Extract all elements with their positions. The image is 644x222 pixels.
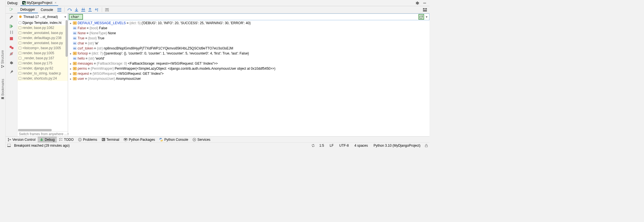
variable-row[interactable]: ▸≡request = {WSGIRequest} <WSGIRequest: … bbox=[68, 71, 429, 76]
resume-icon[interactable] bbox=[8, 23, 15, 29]
layout-settings-icon[interactable] bbox=[422, 6, 428, 13]
expand-arrow-icon[interactable]: ▸ bbox=[69, 22, 72, 25]
run-config-tab[interactable]: dj MyDjangoProject × bbox=[21, 0, 58, 6]
bookmarks-tool-tab[interactable]: Bookmarks bbox=[1, 79, 5, 99]
expand-arrow-icon[interactable]: ▸ bbox=[69, 67, 72, 70]
settings-icon[interactable] bbox=[414, 1, 420, 6]
expand-arrow-icon[interactable]: ▸ bbox=[69, 72, 72, 75]
frame-file-icon bbox=[19, 52, 21, 55]
variable-value: True bbox=[98, 36, 104, 40]
close-hint-icon[interactable]: × bbox=[67, 132, 69, 136]
expand-arrow-icon[interactable]: ▸ bbox=[69, 52, 72, 55]
frame-item[interactable]: render_annotated, base.py bbox=[17, 40, 68, 46]
expression-input[interactable] bbox=[70, 15, 82, 19]
variable-row[interactable]: ▸01csrf_token = {str} np8nvscBNqdGmd8Hyy… bbox=[68, 46, 429, 51]
add-watch-icon[interactable] bbox=[418, 14, 424, 20]
variable-value: {'parentloop': {}, 'counter0': 0, 'count… bbox=[104, 51, 249, 55]
frames-horizontal-scrollbar[interactable] bbox=[18, 129, 65, 131]
frames-vertical-scrollbar[interactable] bbox=[66, 20, 68, 125]
frame-file-icon bbox=[19, 42, 21, 44]
status-encoding[interactable]: UTF-8 bbox=[338, 144, 350, 148]
tool-version-control[interactable]: Version Control bbox=[6, 137, 38, 142]
frame-file-icon bbox=[19, 62, 21, 65]
variable-row[interactable]: ▸≡DEFAULT_MESSAGE_LEVELS = {dict: 5} {'D… bbox=[68, 21, 429, 26]
svg-point-34 bbox=[11, 47, 13, 49]
tool-python-console[interactable]: Python Console bbox=[157, 137, 190, 142]
variable-kind-icon: ≡ bbox=[73, 21, 77, 25]
svg-rect-59 bbox=[425, 145, 427, 147]
pin-icon[interactable] bbox=[8, 69, 15, 75]
pause-icon[interactable] bbox=[8, 29, 15, 35]
status-interpreter[interactable]: Python 3.10 (MyDjangoProject) bbox=[372, 144, 422, 148]
frame-item[interactable]: render, base.py:1005 bbox=[17, 51, 68, 56]
todo-icon bbox=[59, 138, 62, 141]
status-line-separator[interactable]: LF bbox=[328, 144, 335, 148]
svg-rect-24 bbox=[108, 10, 108, 11]
variable-row[interactable]: ▸01hello = {str} 'world' bbox=[68, 56, 429, 61]
variable-row[interactable]: ▸01False = {bool} False bbox=[68, 26, 429, 31]
minimize-icon[interactable] bbox=[422, 1, 428, 6]
variable-row[interactable]: ▸≡messages = {FallbackStorage: 0} <Fallb… bbox=[68, 61, 429, 66]
frame-item[interactable]: render, shortcuts.py:24 bbox=[17, 76, 68, 81]
stop-icon[interactable] bbox=[8, 35, 15, 42]
variable-row[interactable]: ▸≡user = {AnonymousUser} AnonymousUser bbox=[68, 76, 429, 81]
tool-debug[interactable]: Debug bbox=[38, 137, 57, 142]
tool-problems[interactable]: Problems bbox=[76, 137, 100, 142]
structure-tool-tab[interactable]: Structure bbox=[1, 50, 5, 68]
frame-item[interactable]: render, django.py:62 bbox=[17, 66, 68, 71]
frames-list[interactable]: Django Template, index.htrender, base.py… bbox=[17, 20, 68, 131]
frame-item[interactable]: render, base.py:1062 bbox=[17, 25, 68, 30]
variable-name: DEFAULT_MESSAGE_LEVELS bbox=[78, 21, 126, 25]
mute-breakpoints-icon[interactable] bbox=[8, 51, 15, 57]
packages-icon bbox=[124, 138, 127, 141]
frame-item[interactable]: _render, base.py:167 bbox=[17, 56, 68, 61]
frame-item[interactable]: render, base.py:175 bbox=[17, 61, 68, 66]
watch-options-chevron-icon[interactable]: ▾ bbox=[425, 15, 429, 19]
wrench-icon[interactable] bbox=[8, 14, 15, 20]
step-into-my-code-icon[interactable] bbox=[80, 6, 87, 13]
tab-debugger[interactable]: Debugger bbox=[17, 6, 38, 13]
frame-item[interactable]: render_to_string, loader.p bbox=[17, 71, 68, 76]
threads-icon[interactable] bbox=[56, 6, 63, 13]
step-out-icon[interactable] bbox=[87, 6, 93, 13]
frame-item[interactable]: render_annotated, base.py bbox=[17, 30, 68, 35]
step-into-icon[interactable] bbox=[73, 6, 80, 13]
frame-item[interactable]: <listcomp>, base.py:1005 bbox=[17, 46, 68, 51]
frame-file-icon bbox=[19, 77, 21, 80]
tab-console[interactable]: Console bbox=[38, 6, 56, 13]
view-breakpoints-icon[interactable] bbox=[8, 44, 15, 51]
tool-terminal[interactable]: Terminal bbox=[100, 137, 121, 142]
variable-row[interactable]: ▸01char = {str} 'w' bbox=[68, 41, 429, 46]
variable-kind-icon: 01 bbox=[73, 31, 77, 35]
status-toolwindows-icon[interactable] bbox=[7, 144, 11, 147]
variables-tree[interactable]: ▸≡DEFAULT_MESSAGE_LEVELS = {dict: 5} {'D… bbox=[68, 20, 429, 136]
run-to-cursor-icon[interactable] bbox=[93, 6, 100, 13]
tool-python-packages[interactable]: Python Packages bbox=[121, 137, 157, 142]
variable-row[interactable]: ▸≡forloop = {dict: 7} {'parentloop': {},… bbox=[68, 51, 429, 56]
close-tab-icon[interactable]: × bbox=[55, 1, 57, 5]
frame-file-icon bbox=[19, 67, 21, 70]
expression-input-wrap[interactable] bbox=[69, 14, 83, 20]
frame-item[interactable]: Django Template, index.ht bbox=[17, 20, 68, 25]
tool-todo[interactable]: TODO bbox=[57, 137, 76, 142]
thread-selector[interactable]: Thread-17 ...st_thread) ▾ bbox=[17, 13, 68, 20]
svg-rect-1 bbox=[1, 65, 3, 66]
step-over-icon[interactable] bbox=[66, 6, 73, 13]
variable-row[interactable]: ▸01True = {bool} True bbox=[68, 36, 429, 41]
variable-kind-icon: ≡ bbox=[73, 72, 77, 75]
frame-item[interactable]: render, defaulttags.py:238 bbox=[17, 35, 68, 40]
debug-settings-icon[interactable] bbox=[8, 60, 15, 66]
status-sync-icon[interactable] bbox=[311, 144, 315, 147]
expand-arrow-icon[interactable]: ▸ bbox=[69, 62, 72, 65]
variable-row[interactable]: ▸01None = {NoneType} None bbox=[68, 31, 429, 36]
evaluate-expression-icon[interactable] bbox=[104, 6, 111, 13]
tool-services[interactable]: Services bbox=[190, 137, 213, 142]
rerun-icon[interactable] bbox=[10, 8, 13, 12]
variable-row[interactable]: ▸≡perms = {PermWrapper} PermWrapper(<Sim… bbox=[68, 66, 429, 71]
thread-name: Thread-17 ...st_thread) bbox=[23, 15, 63, 19]
status-lock-icon[interactable] bbox=[425, 144, 428, 147]
status-caret-position[interactable]: 1:5 bbox=[318, 144, 325, 148]
expand-arrow-icon[interactable]: ▸ bbox=[69, 77, 72, 80]
variable-value: 'w' bbox=[95, 41, 98, 45]
status-indent[interactable]: 4 spaces bbox=[353, 144, 369, 148]
